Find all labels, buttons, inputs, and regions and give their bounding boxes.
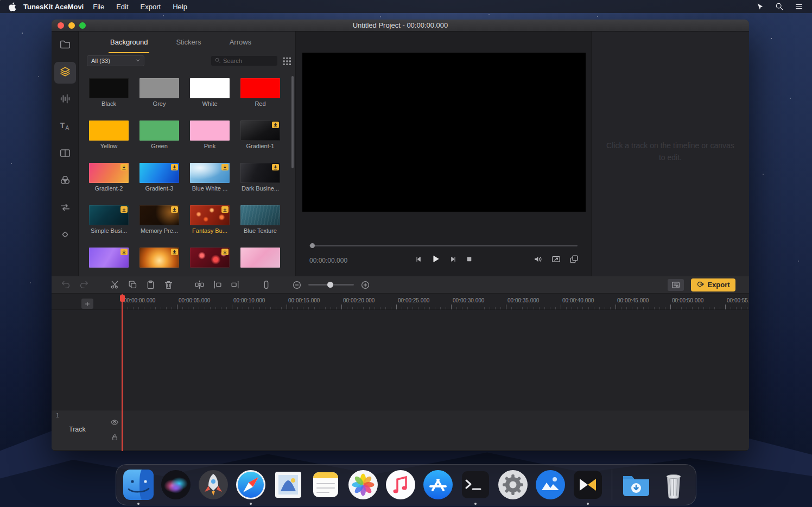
menu-edit[interactable]: Edit — [110, 3, 134, 11]
sidebar-item-media-folder[interactable] — [54, 35, 76, 56]
dock-acemovi-icon[interactable] — [572, 468, 604, 501]
menubar-app-name[interactable]: TunesKit AceMovi — [23, 3, 84, 11]
dock-app-store-icon[interactable] — [422, 468, 454, 501]
background-item[interactable]: Gradient-1 — [240, 121, 280, 149]
stop-button[interactable] — [466, 255, 473, 265]
background-item[interactable]: Dark Busine... — [240, 163, 280, 192]
track-visibility-icon[interactable] — [110, 418, 119, 429]
background-item[interactable]: Pink — [190, 121, 230, 149]
background-item[interactable]: Black — [89, 78, 129, 107]
volume-button[interactable] — [533, 254, 543, 267]
sidebar-item-backgrounds[interactable] — [54, 62, 76, 84]
apple-menu[interactable] — [9, 2, 17, 11]
category-dropdown[interactable]: All (33) — [87, 55, 144, 66]
tab-stickers[interactable]: Stickers — [174, 31, 202, 53]
pointer-icon[interactable] — [756, 3, 764, 11]
background-item[interactable] — [139, 248, 179, 270]
download-badge[interactable] — [120, 164, 128, 170]
fit-screen-button[interactable] — [551, 254, 561, 267]
background-item[interactable]: Fantasy Bu... — [190, 205, 230, 234]
title-bar[interactable]: Untitled Project - 00:00:00.000 — [52, 20, 749, 31]
play-button[interactable] — [430, 254, 441, 267]
maximize-button[interactable] — [79, 22, 86, 29]
dock-mountain-app-icon[interactable] — [534, 468, 567, 501]
background-item[interactable] — [190, 248, 230, 270]
timeline-ruler[interactable]: 00:00:00.00000:00:05.00000:00:10.00000:0… — [52, 294, 749, 310]
download-badge[interactable] — [272, 164, 279, 170]
dock-finder-icon[interactable] — [122, 468, 155, 501]
track-lock-icon[interactable] — [111, 433, 119, 443]
menu-file[interactable]: File — [87, 3, 110, 11]
copy-button[interactable] — [126, 278, 139, 291]
dock-system-preferences-icon[interactable] — [497, 468, 529, 501]
download-badge[interactable] — [221, 249, 229, 255]
trim-start-button[interactable] — [211, 278, 224, 291]
background-item[interactable]: Simple Busi... — [89, 205, 129, 234]
minimize-button[interactable] — [68, 22, 75, 29]
redo-button[interactable] — [77, 278, 90, 291]
spotlight-search-icon[interactable] — [775, 2, 784, 11]
video-canvas[interactable] — [302, 53, 586, 212]
split-button[interactable] — [193, 278, 206, 291]
sidebar-item-effects[interactable] — [54, 225, 76, 246]
dock-trash-icon[interactable] — [657, 468, 690, 501]
download-badge[interactable] — [171, 206, 178, 213]
sidebar-item-transitions[interactable] — [54, 198, 76, 219]
background-item[interactable]: Blue White ... — [190, 163, 230, 192]
notification-center-icon[interactable] — [795, 2, 803, 11]
fullscreen-button[interactable] — [569, 254, 579, 267]
zoom-out-button[interactable] — [290, 278, 303, 291]
media-scrollbar[interactable] — [291, 76, 294, 168]
dock-siri-icon[interactable] — [160, 468, 192, 501]
export-button[interactable]: Export — [691, 278, 735, 291]
download-badge[interactable] — [171, 249, 178, 255]
playhead-handle[interactable] — [120, 295, 125, 302]
render-settings-button[interactable] — [668, 279, 684, 291]
download-badge[interactable] — [120, 249, 128, 255]
sidebar-item-audio[interactable] — [54, 89, 76, 111]
sidebar-item-text[interactable]: TA — [54, 116, 76, 138]
dock-downloads-folder-icon[interactable] — [620, 468, 652, 501]
tab-background[interactable]: Background — [109, 31, 149, 53]
search-input[interactable] — [223, 58, 274, 64]
tab-arrows[interactable]: Arrows — [228, 31, 253, 53]
timeline-tracks-area[interactable] — [52, 310, 749, 410]
trim-end-button[interactable] — [229, 278, 242, 291]
background-item[interactable]: Green — [139, 121, 179, 149]
download-badge[interactable] — [272, 122, 279, 128]
undo-button[interactable] — [59, 278, 72, 291]
zoom-in-button[interactable] — [359, 278, 372, 291]
step-forward-button[interactable] — [449, 255, 458, 265]
background-item[interactable] — [240, 248, 280, 270]
add-track-button[interactable] — [81, 299, 93, 309]
dock-safari-icon[interactable] — [234, 468, 267, 501]
dock-launchpad-icon[interactable] — [197, 468, 230, 501]
background-item[interactable]: Red — [240, 78, 280, 107]
step-backward-button[interactable] — [414, 255, 422, 265]
grid-view-icon[interactable] — [283, 57, 291, 65]
background-item[interactable]: Gradient-2 — [89, 163, 129, 192]
search-box[interactable] — [211, 56, 277, 66]
background-item[interactable]: Blue Texture — [240, 205, 280, 234]
download-badge[interactable] — [221, 164, 229, 170]
dock-photos-icon[interactable] — [347, 468, 379, 501]
background-item[interactable]: Grey — [139, 78, 179, 107]
dock-mail-icon[interactable] — [272, 468, 304, 501]
background-item[interactable] — [89, 248, 129, 270]
download-badge[interactable] — [221, 206, 229, 213]
background-item[interactable]: Memory Pre... — [139, 205, 179, 234]
dock-notes-icon[interactable] — [309, 468, 342, 501]
download-badge[interactable] — [120, 206, 128, 213]
background-item[interactable]: Yellow — [89, 121, 129, 149]
track-row[interactable]: 1 Track — [52, 410, 749, 451]
sidebar-item-filters[interactable] — [54, 170, 76, 192]
marker-button[interactable] — [259, 278, 272, 291]
menu-export[interactable]: Export — [135, 3, 167, 11]
download-badge[interactable] — [171, 164, 178, 170]
delete-button[interactable] — [162, 278, 175, 291]
dock-music-icon[interactable] — [384, 468, 417, 501]
close-button[interactable] — [58, 22, 64, 29]
sidebar-item-split-screen[interactable] — [54, 143, 76, 165]
zoom-slider-handle[interactable] — [327, 282, 333, 288]
paste-button[interactable] — [144, 278, 157, 291]
